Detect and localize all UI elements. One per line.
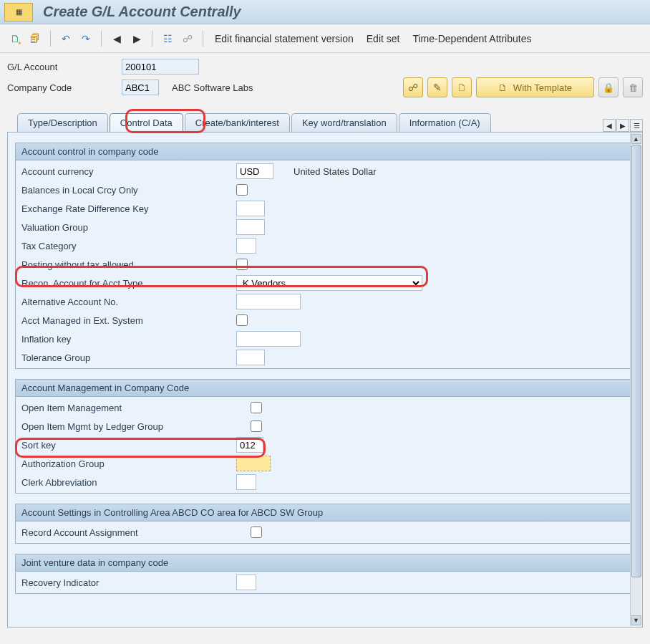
tab-body: Account control in company code Account … [8,133,642,627]
alternative-account-label: Alternative Account No. [21,297,236,307]
with-template-label: With Template [513,82,572,93]
authorization-group-label: Authorization Group [21,458,236,469]
account-currency-input[interactable] [236,163,273,179]
separator [101,31,102,47]
group-joint-venture: Joint venture data in company code Recov… [15,554,635,594]
tab-create-bank-interest[interactable]: Create/bank/interest [185,113,290,132]
exchange-rate-input[interactable] [236,201,265,216]
tab-control-data[interactable]: Control Data [110,113,183,132]
gl-account-input[interactable] [122,59,199,75]
toolbar: 🗋✦ 🗐 ↶ ↷ ◀ ▶ ☷ ☍ Edit financial statemen… [0,24,650,53]
edit-button[interactable]: ✎ [427,77,447,97]
recovery-indicator-label: Recovery Indicator [21,577,236,588]
hierarchy-icon[interactable]: ☍ [178,29,197,48]
authorization-group-input[interactable] [236,456,271,471]
group-account-control: Account control in company code Account … [15,143,635,369]
company-code-desc: ABC Software Labs [172,82,253,93]
tabstrip: Type/Description Control Data Create/ban… [0,105,650,132]
posting-without-tax-label: Posting without tax allowed [21,259,236,270]
gl-account-label: G/L Account [7,62,122,72]
tab-scroll-left[interactable]: ◀ [603,119,616,132]
group-account-management: Account Management in Company Code Open … [15,379,635,494]
scroll-track[interactable] [631,145,641,615]
title-bar: ▦ Create G/L Account Centrally [0,0,650,24]
alternative-account-input[interactable] [236,294,301,309]
tab-keyword-translation[interactable]: Key word/translation [291,113,397,132]
tab-body-container: Account control in company code Account … [7,132,643,628]
doc-icon: 🗋 [498,82,508,93]
tree-icon[interactable]: ☷ [158,29,177,48]
inflation-key-label: Inflation key [21,334,236,345]
scroll-down-icon[interactable]: ▼ [631,615,641,625]
scrollbar-outer[interactable]: ▲ ▼ [630,133,641,626]
group-title: Account control in company code [16,143,634,160]
scroll-thumb[interactable] [631,145,641,577]
tab-list-button[interactable]: ☰ [630,119,643,132]
inflation-key-input[interactable] [236,331,301,347]
tax-category-input[interactable] [236,238,256,254]
record-account-assignment-checkbox[interactable] [251,527,262,538]
valuation-group-input[interactable] [236,219,265,235]
clerk-abbreviation-input[interactable] [236,474,256,490]
tab-scroll-right[interactable]: ▶ [616,119,629,132]
balances-local-label: Balances in Local Crcy Only [21,185,236,196]
tab-type-description[interactable]: Type/Description [17,113,108,132]
tax-category-label: Tax Category [21,241,236,251]
prev-icon[interactable]: ◀ [107,29,126,48]
redo-icon[interactable]: ↷ [77,29,95,48]
next-icon[interactable]: ▶ [127,29,146,48]
recovery-indicator-input[interactable] [236,575,256,590]
open-item-checkbox[interactable] [251,402,262,413]
record-account-assignment-label: Record Account Assignment [21,527,251,538]
sort-key-label: Sort key [21,440,236,451]
edit-set-link[interactable]: Edit set [361,33,406,44]
company-code-input[interactable] [122,80,159,95]
blank-doc-button[interactable]: 🗋 [452,77,472,97]
hierarchy-button[interactable]: ☍ [403,77,423,97]
valuation-group-label: Valuation Group [21,222,236,233]
group-title: Joint venture data in company code [16,554,634,572]
new-doc-icon[interactable]: 🗋✦ [6,29,24,48]
posting-without-tax-checkbox[interactable] [236,259,248,270]
company-code-label: Company Code [7,82,122,93]
separator [152,31,152,47]
recon-account-select[interactable]: K Vendors [236,275,422,291]
edit-fs-version-link[interactable]: Edit financial statement version [209,33,359,44]
header-area: G/L Account Company Code ABC Software La… [0,53,650,105]
ext-system-label: Acct Managed in Ext. System [21,315,236,326]
sort-key-input[interactable] [236,437,263,453]
recon-account-label: Recon. Account for Acct Type [21,278,236,289]
separator [50,31,51,47]
group-title: Account Settings in Controlling Area ABC… [16,504,634,522]
exchange-rate-label: Exchange Rate Difference Key [21,203,236,214]
with-template-button[interactable]: 🗋 With Template [476,77,594,97]
open-item-label: Open Item Management [21,403,251,413]
scroll-up-icon[interactable]: ▲ [631,134,641,144]
tolerance-group-label: Tolerance Group [21,352,236,363]
open-item-ledger-checkbox[interactable] [251,420,262,432]
account-currency-label: Account currency [21,166,236,177]
delete-button[interactable]: 🗑 [623,77,643,97]
copy-doc-icon[interactable]: 🗐 [26,29,44,48]
tab-information-ca[interactable]: Information (C/A) [399,113,491,132]
ext-system-checkbox[interactable] [236,314,248,326]
balances-local-checkbox[interactable] [236,184,248,196]
page-title: Create G/L Account Centrally [43,4,241,20]
separator [203,31,203,47]
app-icon: ▦ [4,3,33,21]
account-currency-desc: United States Dollar [294,166,377,177]
clerk-abbreviation-label: Clerk Abbreviation [21,477,236,488]
group-title: Account Management in Company Code [16,380,634,397]
tolerance-group-input[interactable] [236,350,265,365]
time-dependent-link[interactable]: Time-Dependent Attributes [407,33,537,44]
lock-button[interactable]: 🔒 [598,77,619,97]
undo-icon[interactable]: ↶ [57,29,75,48]
group-controlling-area: Account Settings in Controlling Area ABC… [15,504,635,544]
open-item-ledger-label: Open Item Mgmt by Ledger Group [21,421,251,432]
